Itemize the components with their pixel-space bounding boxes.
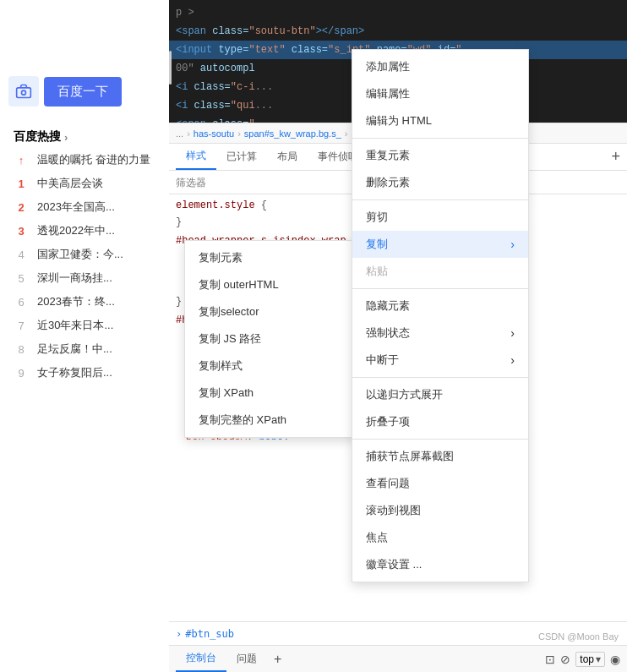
console-right-controls: ⊡ ⊘ top ▾ ◉ bbox=[545, 652, 620, 667]
hot-text-3: 透视2022年中... bbox=[37, 223, 115, 238]
breadcrumb-sep2: › bbox=[237, 128, 241, 139]
menu-divider-4 bbox=[352, 377, 528, 378]
tab-styles[interactable]: 样式 bbox=[176, 144, 216, 170]
hot-item-4[interactable]: 4国家卫健委：今... bbox=[0, 243, 169, 266]
hot-title-text: 百度热搜 bbox=[14, 129, 61, 145]
hot-text-0: 温暖的嘱托 奋进的力量 bbox=[37, 152, 150, 167]
breadcrumb-sep3: › bbox=[345, 128, 348, 139]
hot-num-9: 9 bbox=[14, 367, 29, 380]
baidu-search-button[interactable]: 百度一下 bbox=[44, 77, 122, 107]
camera-icon-box bbox=[8, 76, 39, 107]
hot-text-4: 国家卫健委：今... bbox=[37, 247, 123, 262]
dropdown-arrow[interactable]: ▾ bbox=[596, 653, 601, 665]
output-hash: #btn_sub bbox=[185, 628, 234, 640]
add-console-tab[interactable]: + bbox=[267, 650, 288, 669]
baidu-page: 百度一下 百度热搜 › ↑温暖的嘱托 奋进的力量1中美高层会谈22023年全国高… bbox=[0, 0, 169, 672]
breadcrumb-item-1[interactable]: has-soutu bbox=[194, 128, 234, 139]
hot-item-0[interactable]: ↑温暖的嘱托 奋进的力量 bbox=[0, 148, 169, 172]
hot-item-3[interactable]: 3透视2022年中... bbox=[0, 219, 169, 243]
menu-item-break[interactable]: 中断于 › bbox=[352, 347, 528, 374]
console-icon-block[interactable]: ⊡ bbox=[545, 653, 555, 666]
copy-menu-item-full-xpath[interactable]: 复制完整的 XPath bbox=[185, 407, 357, 434]
menu-item-focus[interactable]: 焦点 bbox=[352, 524, 528, 551]
menu-item-paste[interactable]: 粘贴 bbox=[352, 258, 528, 285]
hot-item-9[interactable]: 9女子称复阳后... bbox=[0, 361, 169, 385]
hot-text-1: 中美高层会谈 bbox=[37, 176, 103, 191]
menu-item-duplicate[interactable]: 重复元素 bbox=[352, 142, 528, 169]
console-tab-issues[interactable]: 问题 bbox=[226, 647, 267, 671]
menu-item-collapse[interactable]: 折叠子项 bbox=[352, 408, 528, 435]
baidu-search-area: 百度一下 bbox=[0, 76, 169, 107]
hot-num-5: 5 bbox=[14, 272, 29, 285]
menu-divider-1 bbox=[352, 138, 528, 139]
copy-menu-item-copy-element[interactable]: 复制元素 bbox=[185, 244, 357, 271]
breadcrumb-dots: ... bbox=[176, 128, 183, 139]
context-menu-left: 复制元素 复制 outerHTML 复制selector 复制 JS 路径 复制… bbox=[184, 240, 357, 438]
copy-menu-item-js-path[interactable]: 复制 JS 路径 bbox=[185, 325, 357, 352]
menu-item-edit-attr[interactable]: 编辑属性 bbox=[352, 80, 528, 107]
hot-item-5[interactable]: 5深圳一商场挂... bbox=[0, 266, 169, 290]
hot-num-1: 1 bbox=[14, 178, 29, 190]
hot-text-2: 2023年全国高... bbox=[37, 199, 115, 215]
menu-item-hide[interactable]: 隐藏元素 bbox=[352, 292, 528, 320]
menu-divider-2 bbox=[352, 199, 528, 200]
copy-submenu-arrow: › bbox=[510, 238, 515, 251]
context-menu-right: 添加属性 编辑属性 编辑为 HTML 重复元素 删除元素 剪切 复制 › 粘贴 … bbox=[352, 49, 529, 582]
menu-divider-5 bbox=[352, 439, 528, 440]
menu-item-copy[interactable]: 复制 › bbox=[352, 231, 528, 258]
menu-item-force-state[interactable]: 强制状态 › bbox=[352, 320, 528, 347]
menu-item-expand[interactable]: 以递归方式展开 bbox=[352, 381, 528, 408]
menu-item-add-attr[interactable]: 添加属性 bbox=[352, 53, 528, 80]
hot-num-6: 6 bbox=[14, 296, 29, 309]
hot-list: ↑温暖的嘱托 奋进的力量1中美高层会谈22023年全国高...3透视2022年中… bbox=[0, 148, 169, 385]
console-bar: 控制台 问题 + ⊡ ⊘ top ▾ ◉ bbox=[169, 645, 627, 672]
hot-num-0: ↑ bbox=[14, 154, 29, 167]
scroll-indicator bbox=[169, 51, 172, 85]
hot-text-9: 女子称复阳后... bbox=[37, 365, 112, 380]
hot-item-2[interactable]: 22023年全国高... bbox=[0, 195, 169, 219]
hot-item-7[interactable]: 7近30年来日本... bbox=[0, 314, 169, 337]
watermark: CSDN @Moon Bay bbox=[538, 631, 619, 642]
svg-point-1 bbox=[22, 90, 26, 95]
hot-item-6[interactable]: 62023春节：终... bbox=[0, 290, 169, 314]
menu-divider-3 bbox=[352, 288, 528, 289]
menu-item-view-issues[interactable]: 查看问题 bbox=[352, 470, 528, 497]
menu-item-scroll[interactable]: 滚动到视图 bbox=[352, 497, 528, 524]
tab-computed[interactable]: 已计算 bbox=[216, 145, 267, 169]
console-eye-icon[interactable]: ◉ bbox=[610, 653, 620, 666]
hot-title-arrow: › bbox=[64, 131, 68, 144]
hot-search-title: 百度热搜 › bbox=[0, 123, 169, 148]
console-icon-circle[interactable]: ⊘ bbox=[560, 653, 570, 666]
copy-menu-item-styles[interactable]: 复制样式 bbox=[185, 352, 357, 380]
camera-icon bbox=[15, 83, 32, 100]
add-style-button[interactable]: + bbox=[611, 148, 620, 166]
hot-item-8[interactable]: 8足坛反腐！中... bbox=[0, 337, 169, 361]
hot-num-7: 7 bbox=[14, 320, 29, 332]
hot-text-8: 足坛反腐！中... bbox=[37, 341, 112, 357]
hot-num-3: 3 bbox=[14, 225, 29, 238]
top-selector-label: top bbox=[580, 653, 594, 665]
menu-item-cut[interactable]: 剪切 bbox=[352, 204, 528, 231]
svg-rect-0 bbox=[17, 88, 31, 98]
code-line-2: <span class="soutu-btn"></span> bbox=[169, 22, 627, 41]
code-line-1: p > bbox=[169, 3, 627, 22]
top-selector-container: top ▾ bbox=[575, 652, 605, 667]
hot-text-7: 近30年来日本... bbox=[37, 318, 113, 333]
hot-text-6: 2023春节：终... bbox=[37, 294, 115, 309]
copy-menu-item-selector[interactable]: 复制selector bbox=[185, 298, 357, 325]
breadcrumb-item-2[interactable]: span#s_kw_wrap.bg.s_ bbox=[244, 128, 341, 139]
output-arrow: › bbox=[176, 628, 182, 640]
copy-menu-item-xpath[interactable]: 复制 XPath bbox=[185, 380, 357, 407]
console-tab-console[interactable]: 控制台 bbox=[176, 646, 226, 672]
menu-item-delete[interactable]: 删除元素 bbox=[352, 169, 528, 196]
hot-num-8: 8 bbox=[14, 343, 29, 356]
hot-item-1[interactable]: 1中美高层会谈 bbox=[0, 172, 169, 195]
hot-search-section: 百度热搜 › ↑温暖的嘱托 奋进的力量1中美高层会谈22023年全国高...3透… bbox=[0, 123, 169, 385]
menu-item-edit-html[interactable]: 编辑为 HTML bbox=[352, 107, 528, 134]
tab-layout[interactable]: 布局 bbox=[267, 145, 308, 169]
breadcrumb-sep1: › bbox=[187, 128, 190, 139]
hot-num-4: 4 bbox=[14, 249, 29, 261]
menu-item-badge[interactable]: 徽章设置 ... bbox=[352, 551, 528, 578]
menu-item-capture[interactable]: 捕获节点屏幕截图 bbox=[352, 443, 528, 470]
copy-menu-item-outer-html[interactable]: 复制 outerHTML bbox=[185, 271, 357, 298]
